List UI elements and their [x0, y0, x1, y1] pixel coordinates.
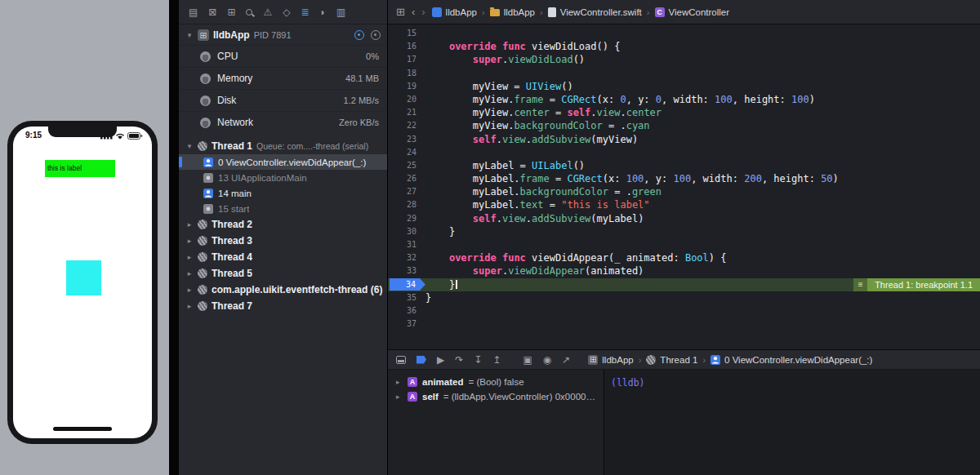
gauge-row-disk[interactable]: Disk1.2 MB/s	[179, 89, 387, 111]
disclosure-triangle-icon[interactable]: ▸	[185, 302, 194, 310]
step-over-icon[interactable]: ↷	[455, 355, 463, 365]
memory-graph-icon[interactable]: ◉	[543, 355, 551, 365]
line-number[interactable]: 22	[388, 119, 425, 132]
line-number[interactable]: 24	[388, 146, 425, 159]
line-number[interactable]: 33	[388, 264, 425, 277]
line-number[interactable]: 36	[388, 304, 425, 317]
console-view[interactable]: (lldb)	[604, 370, 980, 475]
stack-frame-row[interactable]: 14 main	[179, 185, 387, 201]
find-navigator-icon[interactable]	[246, 9, 252, 16]
code-line-33[interactable]: 33 super.viewDidAppear(animated)	[388, 264, 980, 277]
code-line-22[interactable]: 22 myView.backgroundColor = .cyan	[388, 119, 980, 132]
thread-row[interactable]: ▸Thread 7	[179, 298, 387, 314]
code-line-24[interactable]: 24	[388, 146, 980, 159]
related-items-icon[interactable]: ⊞	[396, 7, 405, 17]
line-number[interactable]: 18	[388, 67, 425, 80]
issue-navigator-icon[interactable]: ⚠	[263, 7, 272, 17]
line-number[interactable]: 21	[388, 106, 425, 119]
hide-debug-area-icon[interactable]	[396, 356, 406, 364]
code-line-16[interactable]: 16 override func viewDidLoad() {	[388, 40, 980, 53]
stack-frame-row[interactable]: 15 start	[179, 201, 387, 216]
breadcrumb-item[interactable]: lldbApp	[490, 7, 535, 17]
code-line-34[interactable]: 34 }≡Thread 1: breakpoint 1.1	[388, 278, 980, 291]
variable-row[interactable]: ▸Aanimated= (Bool) false	[388, 375, 604, 389]
line-number[interactable]: 16	[388, 40, 425, 53]
line-number[interactable]: 31	[388, 238, 425, 251]
line-number[interactable]: 19	[388, 80, 425, 93]
disclosure-triangle-icon[interactable]: ▸	[185, 286, 194, 294]
report-navigator-icon[interactable]: ▥	[336, 7, 345, 17]
line-number[interactable]: 23	[388, 133, 425, 146]
line-number[interactable]: 37	[388, 317, 425, 331]
disclosure-triangle-icon[interactable]: ▸	[396, 378, 403, 386]
gauge-row-network[interactable]: NetworkZero KB/s	[179, 111, 387, 133]
back-icon[interactable]: ‹	[412, 7, 415, 17]
thread-row[interactable]: ▸Thread 5	[179, 265, 387, 282]
debug-navigator-icon[interactable]: ≣	[301, 7, 309, 17]
code-line-23[interactable]: 23 self.view.addSubview(myView)	[388, 133, 980, 146]
disclosure-triangle-icon[interactable]: ▸	[185, 220, 194, 229]
disclosure-triangle-icon[interactable]: ▸	[185, 253, 194, 261]
disclosure-triangle-icon[interactable]: ▸	[396, 393, 403, 401]
disclosure-triangle-icon[interactable]: ▾	[185, 31, 194, 39]
step-into-icon[interactable]: ↧	[474, 355, 482, 365]
source-control-navigator-icon[interactable]: ⊠	[208, 7, 216, 17]
thread-row[interactable]: ▸Thread 4	[179, 249, 387, 265]
disclosure-triangle-icon[interactable]: ▾	[185, 142, 194, 150]
code-line-32[interactable]: 32 override func viewDidAppear(_ animate…	[388, 251, 980, 264]
line-number[interactable]: 34	[388, 278, 425, 291]
breakpoint-hit-badge[interactable]: ≡Thread 1: breakpoint 1.1	[853, 278, 980, 291]
line-number[interactable]: 26	[388, 172, 425, 185]
code-line-25[interactable]: 25 myLabel = UILabel()	[388, 159, 980, 172]
line-number[interactable]: 15	[388, 27, 425, 40]
project-navigator-icon[interactable]: ▤	[189, 7, 198, 17]
variables-view[interactable]: ▸Aanimated= (Bool) false▸Aself= (lldbApp…	[388, 370, 604, 475]
disclosure-triangle-icon[interactable]: ▸	[185, 237, 194, 245]
code-line-29[interactable]: 29 self.view.addSubview(myLabel)	[388, 212, 980, 225]
process-indicator-gray-icon[interactable]	[371, 30, 381, 40]
view-hierarchy-icon[interactable]: ▣	[523, 355, 532, 365]
line-number[interactable]: 30	[388, 225, 425, 238]
breadcrumb-item[interactable]: 0 ViewController.viewDidAppear(_:)	[710, 355, 872, 365]
breadcrumb-item[interactable]: lldbApp	[588, 355, 633, 365]
continue-execution-icon[interactable]: ▶	[437, 355, 444, 365]
code-line-35[interactable]: 35}	[388, 291, 980, 304]
line-number[interactable]: 28	[388, 198, 425, 211]
code-line-19[interactable]: 19 myView = UIView()	[388, 80, 980, 93]
thread-row[interactable]: ▸com.apple.uikit.eventfetch-thread (6)	[179, 282, 387, 298]
code-line-31[interactable]: 31	[388, 238, 980, 251]
code-line-37[interactable]: 37	[388, 317, 980, 331]
line-number[interactable]: 35	[388, 291, 425, 304]
thread-row[interactable]: ▸Thread 2	[179, 216, 387, 233]
disclosure-triangle-icon[interactable]: ▸	[185, 269, 194, 277]
forward-icon[interactable]: ›	[421, 7, 425, 17]
line-number[interactable]: 20	[388, 93, 425, 106]
variable-row[interactable]: ▸Aself= (lldbApp.ViewController) 0x00007…	[388, 389, 604, 404]
stack-frame-row[interactable]: 13 UIApplicationMain	[179, 170, 387, 185]
stack-frame-row[interactable]: 0 ViewController.viewDidAppear(_:)	[179, 154, 387, 170]
breadcrumb-item[interactable]: Thread 1	[646, 355, 697, 365]
code-line-15[interactable]: 15	[388, 27, 980, 40]
home-indicator[interactable]	[53, 427, 112, 431]
line-number[interactable]: 25	[388, 159, 425, 172]
breakpoint-navigator-icon[interactable]: ◗	[320, 7, 326, 17]
test-navigator-icon[interactable]: ◇	[283, 7, 290, 17]
code-line-27[interactable]: 27 myLabel.backgroundColor = .green	[388, 185, 980, 198]
symbol-navigator-icon[interactable]: ⊞	[227, 7, 235, 17]
line-number[interactable]: 27	[388, 185, 425, 198]
code-line-28[interactable]: 28 myLabel.text = "this is label"	[388, 198, 980, 211]
code-line-20[interactable]: 20 myView.frame = CGRect(x: 0, y: 0, wid…	[388, 93, 980, 106]
line-number[interactable]: 17	[388, 53, 425, 66]
breakpoint-marker[interactable]: 34	[390, 278, 425, 291]
thread-row[interactable]: ▾Thread 1Queue: com....-thread (serial)	[179, 138, 387, 154]
breadcrumb-item[interactable]: CViewController	[655, 7, 730, 17]
simulate-location-icon[interactable]: ↗	[562, 355, 570, 365]
step-out-icon[interactable]: ↥	[492, 355, 501, 365]
gauge-row-cpu[interactable]: CPU0%	[179, 45, 387, 67]
code-line-21[interactable]: 21 myView.center = self.view.center	[388, 106, 980, 119]
code-line-17[interactable]: 17 super.viewDidLoad()	[388, 53, 980, 66]
code-line-18[interactable]: 18	[388, 67, 980, 80]
breadcrumb-item[interactable]: ViewController.swift	[548, 7, 642, 17]
process-row[interactable]: ▾ lldbApp PID 7891	[179, 24, 387, 45]
thread-row[interactable]: ▸Thread 3	[179, 233, 387, 249]
